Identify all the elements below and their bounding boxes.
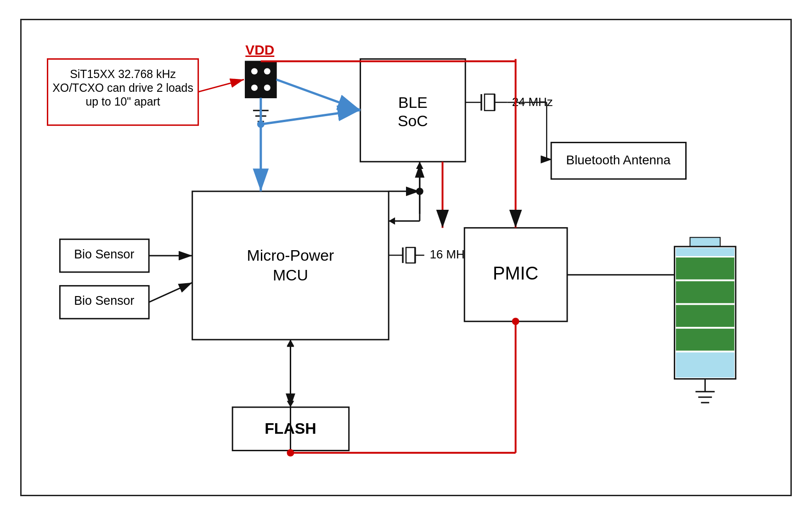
svg-rect-51 — [676, 248, 734, 256]
svg-text:PMIC: PMIC — [493, 263, 538, 283]
svg-text:Bio Sensor: Bio Sensor — [74, 294, 134, 308]
svg-rect-49 — [690, 237, 720, 246]
svg-marker-89 — [287, 340, 294, 347]
diagram-container: SiT15XX 32.768 kHz XO/TCXO can drive 2 l… — [20, 19, 792, 496]
svg-point-12 — [251, 84, 258, 91]
svg-text:Micro-Power: Micro-Power — [247, 246, 334, 264]
svg-rect-55 — [676, 329, 734, 351]
svg-point-10 — [251, 68, 258, 74]
svg-line-61 — [198, 79, 244, 92]
svg-text:SiT15XX 32.768 kHz: SiT15XX 32.768 kHz — [70, 68, 176, 80]
svg-text:SoC: SoC — [398, 112, 428, 129]
svg-rect-52 — [676, 258, 734, 280]
svg-text:Bluetooth Antenna: Bluetooth Antenna — [566, 153, 671, 167]
svg-point-87 — [287, 449, 294, 457]
svg-text:Bio Sensor: Bio Sensor — [74, 247, 134, 261]
svg-rect-54 — [676, 305, 734, 327]
svg-marker-75 — [416, 162, 423, 169]
svg-marker-71 — [389, 218, 395, 225]
svg-point-86 — [512, 318, 519, 325]
svg-rect-32 — [192, 191, 389, 340]
svg-line-67 — [149, 283, 192, 302]
svg-text:XO/TCXO can drive 2 loads: XO/TCXO can drive 2 loads — [52, 82, 193, 94]
svg-text:BLE: BLE — [398, 94, 428, 111]
svg-point-11 — [264, 68, 271, 74]
svg-line-65 — [261, 110, 361, 124]
svg-line-63 — [276, 79, 361, 110]
svg-text:up to 10" apart: up to 10" apart — [86, 95, 160, 108]
svg-text:MCU: MCU — [273, 266, 308, 284]
svg-rect-9 — [245, 61, 276, 98]
svg-point-13 — [264, 84, 271, 91]
svg-rect-23 — [485, 94, 495, 111]
svg-rect-37 — [406, 247, 415, 263]
svg-rect-53 — [676, 281, 734, 303]
svg-text:VDD: VDD — [245, 42, 274, 57]
svg-rect-56 — [676, 353, 734, 378]
